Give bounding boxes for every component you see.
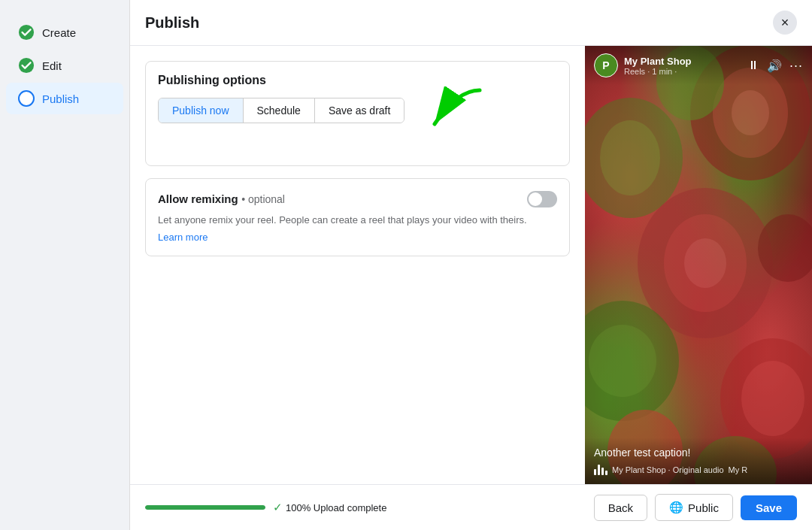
svg-point-5 [732,90,769,135]
learn-more-link[interactable]: Learn more [158,232,208,243]
publishing-tabs: Publish now Schedule Save as draft [158,98,404,123]
remixing-title: Allow remixing [158,192,238,205]
remixing-optional: • optional [241,193,285,205]
close-button[interactable]: × [773,11,797,35]
channel-name: My Plant Shop [624,56,692,67]
svg-point-0 [19,25,34,40]
video-audio-row: My Plant Shop · Original audio My R [594,465,803,475]
svg-point-14 [741,361,804,436]
tab-save-as-draft[interactable]: Save as draft [315,98,404,123]
public-label: Public [688,501,719,514]
publishing-options-card: Publishing options Publish now Schedule … [145,61,570,166]
svg-point-10 [684,238,726,288]
progress-section: ✓ 100% Upload complete [145,501,386,514]
progress-bar-wrapper [145,505,265,510]
sidebar-item-create[interactable]: Create [6,17,123,48]
globe-icon: 🌐 [669,501,683,514]
sidebar-item-publish[interactable]: Publish [6,83,123,114]
svg-point-12 [589,325,656,397]
tab-schedule[interactable]: Schedule [244,98,315,123]
sidebar-label-edit: Edit [42,59,62,72]
sidebar-label-create: Create [42,26,76,39]
left-panel: Publishing options Publish now Schedule … [130,46,585,484]
video-bottom: Another test caption! My Plant Shop · Or… [585,438,812,484]
green-arrow-icon [412,86,487,139]
progress-bar-fill [145,505,265,510]
volume-icon[interactable]: 🔊 [767,59,782,73]
remixing-title-group: Allow remixing • optional [158,192,285,206]
check-icon-create [18,24,35,41]
audio-text: My Plant Shop · Original audio [612,465,724,474]
svg-point-7 [600,120,660,195]
video-caption: Another test caption! [594,447,803,459]
modal-footer: ✓ 100% Upload complete Back 🌐 Public Sav… [130,484,812,530]
sidebar-item-edit[interactable]: Edit [6,50,123,81]
plant-background [585,46,812,484]
progress-text: ✓ 100% Upload complete [273,501,386,514]
footer-actions: Back 🌐 Public Save [594,494,797,521]
video-preview: P My Plant Shop Reels · 1 min · ⏸ 🔊 ··· [585,46,812,484]
video-controls: ⏸ 🔊 ··· [747,58,803,74]
circle-icon-publish [18,90,35,107]
audio-bars-icon [594,465,607,475]
audio-more-text: My R [729,465,748,474]
remixing-header: Allow remixing • optional [158,191,557,207]
check-icon-edit [18,57,35,74]
remixing-card: Allow remixing • optional Let anyone rem… [145,178,570,256]
sidebar-label-publish: Publish [42,92,79,105]
more-icon[interactable]: ··· [789,58,803,74]
modal-body: Publishing options Publish now Schedule … [130,46,812,484]
progress-label: 100% Upload complete [286,502,386,513]
modal-title: Publish [145,14,199,32]
progress-check-icon: ✓ [273,501,283,514]
sidebar: Create Edit Publish [0,0,129,530]
pause-icon[interactable]: ⏸ [747,59,759,72]
remixing-toggle[interactable] [527,191,557,207]
video-top-bar: P My Plant Shop Reels · 1 min · ⏸ 🔊 ··· [585,46,812,85]
succulent-svg [585,46,812,484]
channel-sub: Reels · 1 min · [624,67,692,76]
channel-info: P My Plant Shop Reels · 1 min · [594,53,692,77]
video-preview-panel: P My Plant Shop Reels · 1 min · ⏸ 🔊 ··· [585,46,812,484]
public-button[interactable]: 🌐 Public [655,494,733,521]
channel-avatar: P [594,53,618,77]
tab-publish-now[interactable]: Publish now [159,98,244,123]
modal-header: Publish × [130,0,812,46]
svg-point-1 [19,58,34,73]
remixing-description: Let anyone remix your reel. People can c… [158,214,557,227]
publishing-options-title: Publishing options [158,74,557,87]
channel-details: My Plant Shop Reels · 1 min · [624,56,692,76]
back-button[interactable]: Back [594,495,647,521]
save-button[interactable]: Save [741,495,797,520]
main-panel: Publish × Publishing options Publish now… [129,0,812,530]
